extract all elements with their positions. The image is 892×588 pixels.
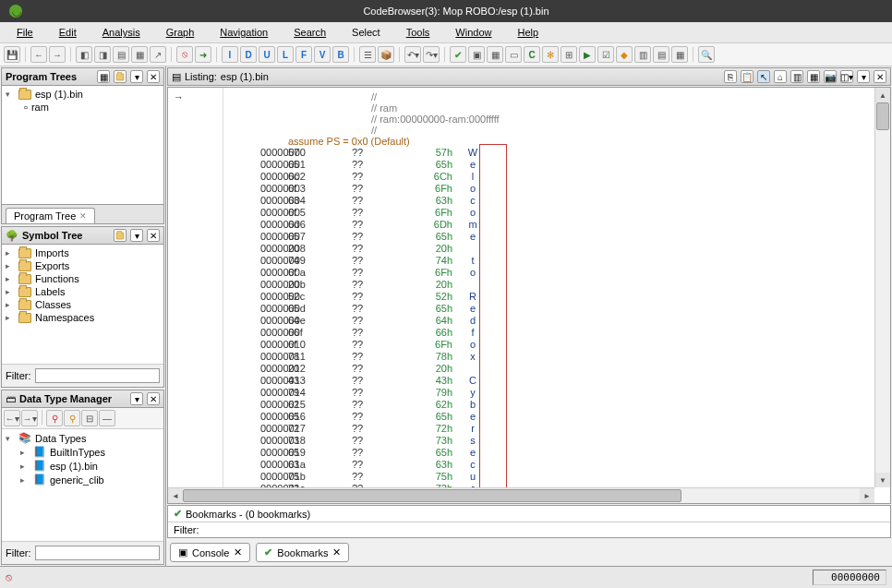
menu-file[interactable]: File (6, 25, 44, 40)
menu-edit[interactable]: Edit (48, 25, 88, 40)
menu-help[interactable]: Help (506, 25, 549, 40)
diamond-icon[interactable]: ◆ (616, 46, 633, 63)
dt-root[interactable]: ▾📚 Data Types (4, 431, 162, 445)
dt-item[interactable]: ▸📘generic_clib (4, 473, 162, 486)
pt-open-icon[interactable] (114, 70, 127, 83)
D-icon[interactable]: D (240, 46, 257, 63)
close-icon[interactable]: ✕ (79, 211, 87, 221)
F-icon[interactable]: F (295, 46, 312, 63)
lst-home-icon[interactable]: ⌂ (774, 70, 787, 83)
scroll-thumb[interactable] (183, 489, 681, 502)
listing-row[interactable]: 0000001a63??63hc (223, 459, 890, 471)
dt-collapse-icon[interactable]: ⊟ (81, 410, 98, 426)
nav4-icon[interactable]: ▦ (131, 46, 148, 63)
B-icon[interactable]: B (332, 46, 349, 63)
V-icon[interactable]: V (314, 46, 331, 63)
tab-program-tree[interactable]: Program Tree✕ (6, 208, 95, 223)
sym-item[interactable]: ▸Functions (4, 272, 162, 285)
col3-icon[interactable]: ▦ (671, 46, 688, 63)
listing-row[interactable]: 0000000820??20h (223, 243, 890, 255)
close-icon[interactable]: ✕ (332, 546, 341, 558)
tab-bookmarks[interactable]: ✔ Bookmarks ✕ (256, 543, 349, 562)
listing-row[interactable]: 0000001873??73hs (223, 435, 890, 447)
run1-icon[interactable]: ▣ (468, 46, 485, 63)
dtm-menu-icon[interactable]: ▾ (130, 392, 143, 405)
close-icon[interactable]: ✕ (234, 546, 242, 558)
sym-item[interactable]: ▸Classes (4, 298, 162, 311)
col1-icon[interactable]: ▥ (634, 46, 651, 63)
play-icon[interactable]: ▶ (579, 46, 596, 63)
listing-row[interactable]: 0000000e64??64hd (223, 315, 890, 327)
lst-view1-icon[interactable]: ▥ (790, 70, 803, 83)
filter-btn-icon[interactable]: ⚙ (163, 545, 165, 561)
listing-row[interactable]: 0000001178??78hx (223, 351, 890, 363)
listing-row[interactable]: 000000036f??6Fho (223, 183, 890, 195)
save-icon[interactable]: 💾 (4, 46, 20, 63)
sym-item[interactable]: ▸Exports (4, 259, 162, 272)
listing-row[interactable]: 0000001220??20h (223, 363, 890, 375)
I-icon[interactable]: I (222, 46, 238, 63)
listing-row[interactable]: 0000000463??63hc (223, 195, 890, 207)
st-open-icon[interactable] (114, 229, 127, 242)
menu-analysis[interactable]: Analysis (91, 25, 151, 40)
lst-view2-icon[interactable]: ▦ (807, 70, 820, 83)
nav1-icon[interactable]: ◧ (76, 46, 92, 63)
lst-copy-icon[interactable]: ⎘ (724, 70, 737, 83)
L-icon[interactable]: L (277, 46, 294, 63)
sym-item[interactable]: ▸Labels (4, 285, 162, 298)
run2-icon[interactable]: ▦ (487, 46, 503, 63)
listing-row[interactable]: 0000000c52??52hR (223, 291, 890, 303)
book-icon[interactable]: ▭ (505, 46, 522, 63)
filter-input[interactable] (35, 368, 160, 383)
st-menu-icon[interactable]: ▾ (130, 229, 143, 242)
checklist-icon[interactable]: ☑ (597, 46, 614, 63)
close-icon[interactable]: ✕ (147, 70, 160, 83)
lst-paste-icon[interactable]: 📋 (741, 70, 753, 83)
node-icon[interactable]: ⊞ (561, 46, 577, 63)
listing-row[interactable]: 0000000165??65he (223, 159, 890, 171)
listing-row[interactable]: 0000000057??57hW (223, 147, 890, 159)
close-icon[interactable]: ✕ (874, 70, 886, 83)
listing-row[interactable]: 0000001562??62hb (223, 399, 890, 411)
listing-row[interactable]: 0000001343??43hC (223, 375, 890, 387)
menu-graph[interactable]: Graph (155, 25, 206, 40)
pkg-icon[interactable]: 📦 (378, 46, 394, 63)
undo-icon[interactable]: ↶▾ (404, 46, 421, 63)
listing-row[interactable]: 0000001479??79hy (223, 387, 890, 399)
back-icon[interactable]: ← (30, 46, 47, 63)
listing-row[interactable]: 0000000d65??65he (223, 303, 890, 315)
pt-new-icon[interactable]: ▦ (97, 70, 110, 83)
dt-fwd-icon[interactable]: →▾ (21, 410, 38, 426)
lst-cursor-icon[interactable]: ↖ (757, 70, 770, 83)
scroll-down-icon[interactable]: ▼ (875, 473, 890, 487)
listing-row[interactable]: 000000106f??6Fho (223, 339, 890, 351)
filter-btn-icon[interactable]: ⚙ (163, 367, 165, 384)
cfg-icon[interactable]: ☰ (359, 46, 376, 63)
listing-row[interactable]: 000000056f??6Fho (223, 207, 890, 219)
listing-row[interactable]: 0000000b20??20h (223, 279, 890, 291)
listing-row[interactable]: 0000000765??65he (223, 231, 890, 243)
listing-row[interactable]: 0000001b75??75hu (223, 471, 890, 483)
menu-select[interactable]: Select (341, 25, 392, 40)
lst-menu-icon[interactable]: ▾ (857, 70, 870, 83)
scroll-right-icon[interactable]: ► (860, 488, 874, 503)
zoom-icon[interactable]: 🔍 (698, 46, 715, 63)
listing-row[interactable]: 0000000974??74ht (223, 255, 890, 267)
dt-filter1-icon[interactable]: ⚲ (46, 410, 63, 426)
filter-input[interactable] (35, 546, 160, 560)
c-icon[interactable]: C (524, 46, 540, 63)
menu-window[interactable]: Window (444, 25, 502, 40)
lst-split-icon[interactable]: ◫▾ (840, 70, 853, 83)
listing-row[interactable]: 0000001965??65he (223, 447, 890, 459)
nav5-icon[interactable]: ↗ (150, 46, 166, 63)
pt-menu-icon[interactable]: ▾ (130, 70, 143, 83)
listing-row[interactable]: 000000026c??6Chl (223, 171, 890, 183)
dt-expand-icon[interactable]: — (99, 410, 115, 426)
tree-root[interactable]: ▾ esp (1).bin (4, 88, 162, 101)
close-icon[interactable]: ✕ (147, 392, 160, 405)
dt-item[interactable]: ▸📘BuiltInTypes (4, 445, 162, 459)
sym-item[interactable]: ▸Namespaces (4, 311, 162, 324)
nav2-icon[interactable]: ◨ (94, 46, 111, 63)
listing-row[interactable]: 0000000a6f??6Fho (223, 267, 890, 279)
gear-icon[interactable]: ✻ (542, 46, 559, 63)
